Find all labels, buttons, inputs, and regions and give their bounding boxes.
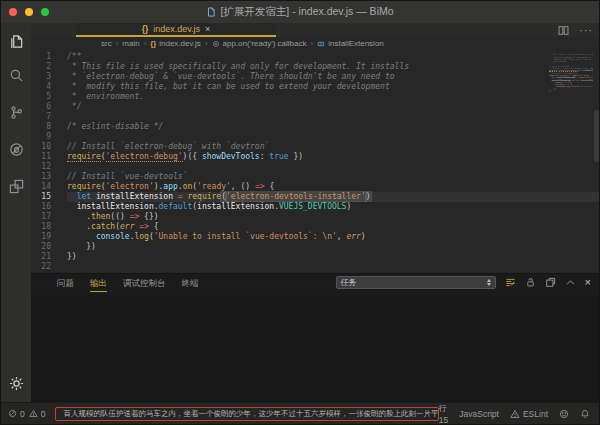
unlock-icon	[525, 277, 536, 288]
code-editor[interactable]: 12345678910111213141516171819202122 /** …	[31, 50, 599, 273]
breadcrumb-item-5[interactable]: installExtension	[317, 39, 384, 48]
code-line[interactable]: * modify this file, but it can be used t…	[67, 82, 599, 92]
clear-output-icon	[505, 277, 516, 288]
activity-item-source-control[interactable]	[1, 94, 31, 131]
panel-tab-2[interactable]: 输出	[90, 276, 107, 292]
status-item-行-15[interactable]: 行 15	[439, 403, 448, 425]
warnings-count: 0	[41, 409, 46, 419]
line-number[interactable]: 7	[31, 112, 51, 122]
code-line[interactable]: })	[67, 252, 599, 262]
breadcrumb-label: index.dev.js	[159, 39, 201, 48]
errors-status-item[interactable]: 0	[8, 409, 25, 419]
line-number[interactable]: 20	[31, 242, 51, 252]
bell-icon	[580, 409, 590, 419]
activity-item-search[interactable]	[1, 57, 31, 94]
tab-index-dev-js[interactable]: {} index.dev.js ×	[76, 23, 276, 37]
line-number-gutter[interactable]: 12345678910111213141516171819202122	[31, 52, 51, 272]
line-number[interactable]: 1	[31, 52, 51, 62]
line-number[interactable]: 14	[31, 182, 51, 192]
activity-item-debug[interactable]	[1, 131, 31, 168]
novel-reader-status-item[interactable]: 百人规模的队伍护送着的马车之内，坐着一个俊朗的少年，这少年不过十五六岁模样，一张…	[55, 407, 438, 421]
line-number[interactable]: 4	[31, 82, 51, 92]
open-log-button[interactable]	[545, 277, 556, 288]
maximize-button[interactable]	[565, 277, 576, 288]
code-token: )	[366, 192, 371, 201]
code-token: err	[346, 232, 360, 241]
code-line[interactable]: * environment.	[67, 92, 599, 102]
line-number[interactable]: 13	[31, 172, 51, 182]
status-item-eslint[interactable]: ESLint	[510, 409, 548, 419]
close-button[interactable]: ×	[585, 277, 591, 288]
code-token: catch	[91, 222, 115, 231]
code-line[interactable]: // Install `electron-debug` with `devtro…	[67, 142, 599, 152]
code-line[interactable]: /**	[67, 52, 599, 62]
code-line[interactable]: installExtension.default(installExtensio…	[67, 202, 599, 212]
smiley-status-item[interactable]	[559, 409, 569, 419]
activity-item-explorer[interactable]	[1, 25, 31, 57]
code-line[interactable]	[67, 162, 599, 172]
breadcrumb-item-2[interactable]: main	[122, 39, 139, 48]
code-line[interactable]: require('electron-debug')({ showDevTools…	[67, 152, 599, 162]
output-panel-content[interactable]	[31, 295, 599, 406]
code-line[interactable]	[67, 112, 599, 122]
code-line[interactable]	[67, 132, 599, 142]
unlock-button[interactable]	[525, 277, 536, 288]
breadcrumb-item-1[interactable]: src	[101, 39, 112, 48]
code-line[interactable]: let installExtension = require('electron…	[67, 192, 599, 202]
output-channel-label: 任务	[341, 277, 357, 288]
warnings-status-item[interactable]: 0	[29, 409, 46, 419]
breadcrumb-label: app.on('ready') callback	[223, 39, 307, 48]
code-line[interactable]: /* eslint-disable */	[67, 122, 599, 132]
code-line[interactable]: })	[67, 242, 599, 252]
close-tab-icon[interactable]: ×	[205, 24, 210, 34]
line-number[interactable]: 2	[31, 62, 51, 72]
code-token: 'electron-devtools-installer'	[226, 192, 366, 201]
line-number[interactable]: 3	[31, 72, 51, 82]
output-channel-select[interactable]: 任务	[336, 276, 496, 289]
code-line[interactable]: * This file is used specifically and onl…	[67, 62, 599, 72]
status-item-javascript[interactable]: JavaScript	[459, 409, 499, 419]
explorer-icon	[9, 34, 24, 49]
title-bar[interactable]: [扩展开发宿主] - index.dev.js — BiMo	[1, 1, 599, 24]
activity-item-settings[interactable]	[1, 367, 31, 399]
line-number[interactable]: 19	[31, 232, 51, 242]
code-token: /**	[67, 52, 81, 61]
editor-scrollbar[interactable]	[594, 110, 599, 162]
line-number[interactable]: 12	[31, 162, 51, 172]
code-line[interactable]	[67, 262, 599, 272]
clear-output-button[interactable]	[505, 277, 516, 288]
line-number[interactable]: 21	[31, 252, 51, 262]
code-line[interactable]: .catch(err => {	[67, 222, 599, 232]
code-line[interactable]: .then(() => {})	[67, 212, 599, 222]
code-line[interactable]: require('electron').app.on('ready', () =…	[67, 182, 599, 192]
panel-tab-4[interactable]: 终端	[182, 276, 199, 292]
line-number[interactable]: 18	[31, 222, 51, 232]
line-number[interactable]: 9	[31, 132, 51, 142]
panel-tab-1[interactable]: 问题	[57, 276, 74, 292]
line-number[interactable]: 5	[31, 92, 51, 102]
line-number[interactable]: 22	[31, 262, 51, 272]
bell-status-item[interactable]	[580, 409, 590, 419]
line-number[interactable]: 16	[31, 202, 51, 212]
open-log-icon	[545, 277, 556, 288]
line-number[interactable]: 11	[31, 152, 51, 162]
code-line[interactable]: console.log('Unable to install `vue-devt…	[67, 232, 599, 242]
activity-item-extensions[interactable]	[1, 168, 31, 205]
line-number[interactable]: 10	[31, 142, 51, 152]
breadcrumb-item-3[interactable]: {}index.dev.js	[150, 39, 201, 48]
line-number[interactable]: 6	[31, 102, 51, 112]
errors-count: 0	[20, 409, 25, 419]
line-number[interactable]: 15	[31, 192, 51, 202]
breadcrumb-item-4[interactable]: app.on('ready') callback	[212, 39, 307, 48]
code-line[interactable]: * `electron-debug` & `vue-devtools`. The…	[67, 72, 599, 82]
code-line[interactable]: */	[67, 102, 599, 112]
line-number[interactable]: 17	[31, 212, 51, 222]
more-actions-button[interactable]: ···	[579, 25, 593, 35]
minimap[interactable]: /** * This file is used specifically and…	[549, 51, 593, 111]
split-editor-button[interactable]	[558, 25, 569, 36]
javascript-file-icon: {}	[150, 39, 156, 48]
code-line[interactable]: // Install `vue-devtools`	[67, 172, 599, 182]
panel-tab-3[interactable]: 调试控制台	[123, 276, 166, 292]
status-label: 行 15	[439, 403, 448, 425]
line-number[interactable]: 8	[31, 122, 51, 132]
